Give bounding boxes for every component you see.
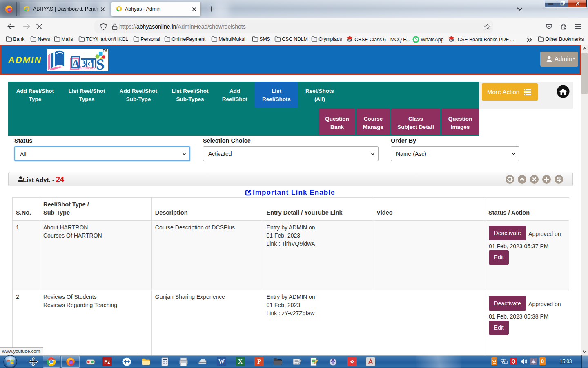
svg-text:TM: TM <box>103 49 107 52</box>
svg-text:Academy: Academy <box>78 65 95 70</box>
